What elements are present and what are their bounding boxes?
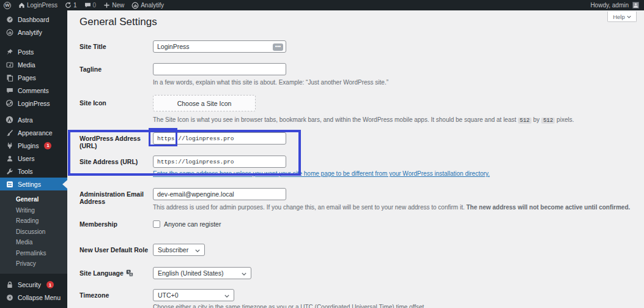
- sidebar-item-analytify[interactable]: Analytify: [0, 26, 67, 39]
- site-icon-description: The Site Icon is what you see in browser…: [153, 116, 636, 124]
- sidebar-item-loginpress[interactable]: LoginPress: [0, 97, 67, 110]
- home-icon: [18, 2, 25, 9]
- wordpress-address-input[interactable]: https://loginpress.pro: [153, 132, 286, 145]
- site-icon-desc-text: by: [531, 116, 541, 123]
- sidebar-item-label: Plugins: [18, 142, 39, 149]
- help-label: Help: [613, 13, 625, 20]
- site-name-menu[interactable]: LoginPress: [15, 0, 61, 10]
- site-address-value: https://loginpress.pro: [157, 159, 234, 165]
- wordpress-menu-button[interactable]: W: [0, 0, 15, 10]
- wordpress-address-value: https://loginpress.pro: [157, 135, 234, 142]
- anyone-can-register-checkbox[interactable]: [153, 220, 160, 228]
- timezone-label: Timezone: [80, 291, 152, 299]
- sidebar-item-settings[interactable]: Settings: [0, 178, 67, 190]
- default-role-value: Subscriber: [158, 246, 188, 254]
- site-address-help-link[interactable]: Enter the same address here unless you w…: [153, 170, 490, 177]
- sidebar-item-tools[interactable]: Tools: [0, 165, 67, 178]
- submenu-item-reading[interactable]: Reading: [0, 216, 67, 227]
- submenu-item-general[interactable]: General: [0, 194, 67, 205]
- wordpress-logo-icon: W: [4, 2, 11, 9]
- updates-menu[interactable]: 1: [61, 0, 81, 10]
- submenu-item-media[interactable]: Media: [0, 237, 67, 248]
- sidebar-item-security[interactable]: Security 1: [0, 279, 67, 291]
- sidebar-item-label: Users: [18, 155, 34, 162]
- site-icon-desc-text: pixels.: [555, 116, 574, 123]
- sidebar-item-posts[interactable]: Posts: [0, 45, 67, 58]
- site-language-label: Site Language: [80, 269, 152, 277]
- admin-email-value: dev-email@wpengine.local: [157, 190, 234, 198]
- astra-icon: [6, 116, 13, 124]
- help-button[interactable]: Help: [607, 12, 637, 22]
- pushpin-icon: [6, 48, 13, 56]
- site-title-input[interactable]: LoginPress •••: [153, 40, 286, 53]
- comments-menu[interactable]: 0: [81, 0, 100, 10]
- lock-icon: [6, 281, 13, 288]
- admin-sidebar: Dashboard Analytify Posts Media Pages Co…: [0, 10, 67, 308]
- sidebar-item-label: Appearance: [18, 129, 53, 137]
- input-ellipsis-button[interactable]: •••: [273, 43, 283, 51]
- membership-checkbox-label: Anyone can register: [164, 220, 221, 228]
- comment-icon: [84, 2, 91, 9]
- site-language-select[interactable]: English (United States): [153, 267, 251, 279]
- new-content-menu[interactable]: New: [100, 0, 128, 10]
- default-role-select[interactable]: Subscriber: [153, 244, 205, 256]
- sidebar-item-label: Security: [18, 281, 41, 288]
- updates-icon: [65, 2, 72, 9]
- sidebar-item-label: Settings: [18, 181, 41, 188]
- tagline-input[interactable]: [153, 63, 286, 75]
- timezone-description: Choose either a city in the same timezon…: [153, 304, 581, 308]
- sidebar-separator: [0, 39, 67, 45]
- membership-field: Anyone can register: [153, 220, 221, 228]
- admin-email-description: This address is used for admin purposes.…: [153, 204, 636, 211]
- analytify-menu[interactable]: Analytify: [128, 0, 168, 10]
- sidebar-item-label: Tools: [18, 168, 33, 175]
- loginpress-icon: [6, 99, 13, 107]
- chevron-down-icon: [224, 295, 229, 298]
- updates-count: 1: [73, 2, 77, 9]
- page-title: General Settings: [80, 16, 157, 28]
- submenu-item-discussion[interactable]: Discussion: [0, 227, 67, 238]
- sidebar-item-plugins[interactable]: Plugins 1: [0, 139, 67, 152]
- plus-icon: [103, 2, 110, 9]
- sidebar-item-pages[interactable]: Pages: [0, 71, 67, 84]
- admin-email-label: Administration Email Address: [80, 190, 156, 205]
- sidebar-item-media[interactable]: Media: [0, 58, 67, 71]
- sidebar-item-label: Media: [18, 61, 35, 69]
- choose-site-icon-button[interactable]: Choose a Site Icon: [153, 95, 256, 111]
- new-label: New: [112, 2, 124, 9]
- collapse-menu-button[interactable]: Collapse Menu: [0, 291, 67, 304]
- site-address-input[interactable]: https://loginpress.pro: [153, 156, 286, 168]
- comments-count: 0: [93, 2, 97, 9]
- pages-icon: [6, 74, 13, 81]
- sidebar-item-appearance[interactable]: Appearance: [0, 126, 67, 139]
- admin-email-input[interactable]: dev-email@wpengine.local: [153, 188, 286, 200]
- timezone-select[interactable]: UTC+0: [153, 289, 234, 301]
- sidebar-item-comments[interactable]: Comments: [0, 84, 67, 97]
- analytify-label: Analytify: [141, 2, 164, 9]
- sidebar-item-label: Astra: [18, 116, 33, 124]
- avatar[interactable]: [632, 2, 639, 9]
- comments-icon: [6, 87, 13, 94]
- site-language-value: English (United States): [158, 269, 223, 277]
- plugins-update-badge: 1: [44, 142, 51, 149]
- collapse-arrow-icon: [6, 294, 13, 301]
- membership-label: Membership: [80, 220, 152, 228]
- admin-bar: W LoginPress 1 0 New Analytify Howdy, ad…: [0, 0, 644, 10]
- size-code-chip: 512: [518, 118, 531, 124]
- sidebar-item-users[interactable]: Users: [0, 152, 67, 165]
- dashboard-icon: [6, 16, 13, 23]
- submenu-item-permalinks[interactable]: Permalinks: [0, 248, 67, 259]
- account-menu[interactable]: Howdy, admin: [587, 0, 630, 10]
- sidebar-item-astra[interactable]: Astra: [0, 113, 67, 126]
- chevron-down-icon: [242, 272, 246, 276]
- site-title-value: LoginPress: [157, 43, 190, 50]
- submenu-item-writing[interactable]: Writing: [0, 205, 67, 216]
- submenu-item-privacy[interactable]: Privacy: [0, 258, 67, 269]
- sidebar-item-dashboard[interactable]: Dashboard: [0, 13, 67, 26]
- admin-email-desc-bold: The new address will not become active u…: [466, 204, 630, 211]
- analytify-sidebar-icon: [6, 29, 13, 36]
- plugin-icon: [6, 142, 13, 149]
- tagline-label: Tagline: [80, 66, 152, 73]
- size-code-chip: 512: [541, 118, 555, 124]
- site-icon-desc-text: The Site Icon is what you see in browser…: [153, 116, 518, 123]
